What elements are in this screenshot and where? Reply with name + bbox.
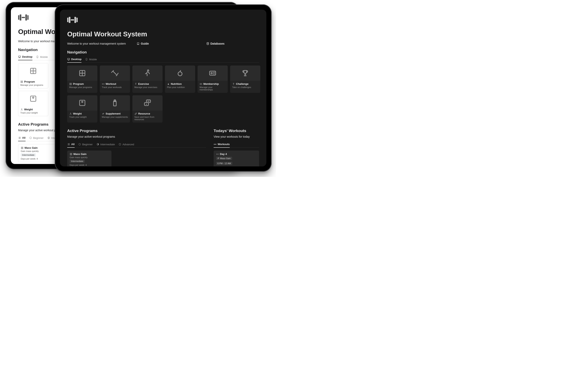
hexagon-icon — [119, 143, 121, 146]
svg-rect-32 — [70, 84, 70, 85]
nav-heading: Navigation — [67, 50, 259, 54]
nav-card-title: Supplement — [106, 112, 121, 115]
svg-rect-9 — [22, 81, 23, 82]
program-meta: Days per week: 4 — [70, 164, 109, 166]
svg-rect-19 — [21, 148, 22, 149]
filter-label: Beginner — [82, 143, 93, 146]
svg-point-42 — [82, 101, 83, 103]
filter-intermediate[interactable]: Intermediate — [96, 141, 115, 148]
svg-rect-54 — [219, 158, 219, 158]
app-logo — [67, 16, 259, 23]
link-media-icon — [143, 99, 151, 107]
desktop-icon — [18, 56, 21, 58]
nav-card-weight[interactable]: Weight Track your weight — [18, 91, 48, 116]
nav-tabs: Desktop Mobile — [67, 57, 259, 63]
tab-mobile[interactable]: Mobile — [36, 54, 48, 60]
nav-card-exercise[interactable]: Exercise Manage your exercises — [132, 66, 162, 93]
svg-rect-22 — [69, 17, 70, 23]
tab-label: Workouts — [218, 143, 230, 146]
nav-card-program[interactable]: Program Manage your programs — [18, 63, 48, 88]
nav-card-title: Weight — [73, 112, 82, 115]
scale-icon — [78, 99, 86, 107]
programs-heading: Active Programs — [67, 129, 206, 133]
link-icon — [134, 112, 137, 115]
tab-mobile[interactable]: Mobile — [85, 57, 97, 62]
nav-card-weight[interactable]: Weight Track your weight — [67, 95, 97, 123]
svg-rect-51 — [70, 154, 71, 155]
svg-rect-3 — [25, 14, 27, 21]
nav-card-title: Nutrition — [171, 82, 182, 85]
nav-card-supplement[interactable]: Supplement Manage your supplements — [100, 95, 130, 123]
workout-card[interactable]: Day 4 Mass Gain 6 PM - 12 AM — [214, 151, 259, 166]
svg-rect-21 — [67, 18, 68, 22]
filter-all[interactable]: All — [18, 135, 25, 141]
nav-card-workout[interactable]: Workout Track your workouts — [100, 66, 130, 93]
workout-title: Day 4 — [220, 153, 227, 155]
runner-icon — [143, 69, 151, 77]
nav-card-challenge[interactable]: Challenge Take on challenges — [230, 66, 260, 93]
filter-all[interactable]: All — [67, 141, 75, 148]
databases-link[interactable]: Databases — [206, 42, 224, 45]
svg-rect-49 — [70, 153, 71, 154]
filter-label: Advanced — [122, 143, 134, 146]
circle-icon — [78, 143, 81, 146]
filter-label: Beginner — [33, 136, 44, 140]
program-icon — [218, 157, 220, 159]
nav-cards: Program Manage your programs Workout Tra… — [67, 66, 259, 123]
svg-point-35 — [136, 83, 136, 83]
databases-label: Databases — [210, 42, 224, 45]
half-circle-icon — [96, 143, 99, 146]
nav-card-resource[interactable]: Resource Save and learn from resources — [132, 95, 162, 123]
nav-card-title: Resource — [138, 112, 150, 115]
nav-card-membership[interactable]: Membership Manage your memberships — [197, 66, 228, 93]
svg-point-14 — [21, 108, 22, 109]
nav-card-desc: Track your weight — [20, 112, 46, 114]
program-item[interactable]: Mass Gain Gain mass quickly Intermediate… — [67, 151, 111, 166]
scale-icon — [29, 95, 37, 103]
workout-time-badge: 6 PM - 12 AM — [216, 162, 232, 165]
nav-card-title: Exercise — [138, 82, 149, 85]
half-circle-icon — [47, 136, 50, 139]
nav-card-program[interactable]: Program Manage your programs — [67, 66, 97, 93]
barbell-icon — [216, 153, 219, 155]
program-title: Mass Gain — [24, 146, 38, 149]
mobile-icon — [85, 58, 88, 61]
program-level-badge: Intermediate — [70, 160, 85, 163]
program-icon — [69, 82, 72, 85]
svg-rect-24 — [74, 17, 76, 23]
nav-card-desc: Take on challenges — [232, 86, 258, 88]
nav-card-desc: Manage your programs — [69, 86, 95, 88]
svg-point-34 — [147, 70, 149, 71]
tab-mobile-label: Mobile — [89, 58, 97, 61]
grid-icon — [29, 67, 37, 75]
database-icon — [206, 42, 209, 45]
program-icon — [70, 153, 73, 155]
tab-desktop-label: Desktop — [71, 58, 82, 61]
nav-card-nutrition[interactable]: Nutrition Plan your nutrition — [165, 66, 195, 93]
program-level-badge: Intermediate — [21, 153, 36, 156]
tab-workouts[interactable]: Workouts — [214, 141, 230, 148]
dumbbell-icon — [111, 69, 119, 77]
guide-link[interactable]: Guide — [137, 42, 197, 45]
tab-desktop[interactable]: Desktop — [18, 54, 32, 60]
barbell-icon — [102, 82, 105, 85]
screen-dark: Optimal Workout System Welcome to your w… — [60, 10, 266, 166]
tab-desktop[interactable]: Desktop — [67, 57, 82, 63]
nav-card-title: Program — [73, 82, 84, 85]
nav-card-desc: Plan your nutrition — [167, 86, 193, 88]
tablet-dark: Optimal Workout System Welcome to your w… — [55, 4, 271, 172]
svg-rect-27 — [68, 58, 70, 60]
today-sub: View your workouts for today — [214, 135, 259, 138]
book-icon — [137, 42, 140, 45]
filter-beginner[interactable]: Beginner — [29, 135, 44, 141]
svg-point-26 — [207, 42, 208, 43]
svg-rect-23 — [71, 19, 74, 21]
dumbbell-icon — [18, 14, 29, 21]
svg-rect-25 — [76, 18, 78, 22]
program-desc: Gain mass quickly — [70, 156, 109, 159]
svg-rect-31 — [71, 83, 72, 84]
page-title: Optimal Workout System — [67, 30, 259, 38]
filter-beginner[interactable]: Beginner — [78, 141, 93, 148]
svg-point-47 — [79, 143, 80, 145]
filter-advanced[interactable]: Advanced — [119, 141, 134, 148]
